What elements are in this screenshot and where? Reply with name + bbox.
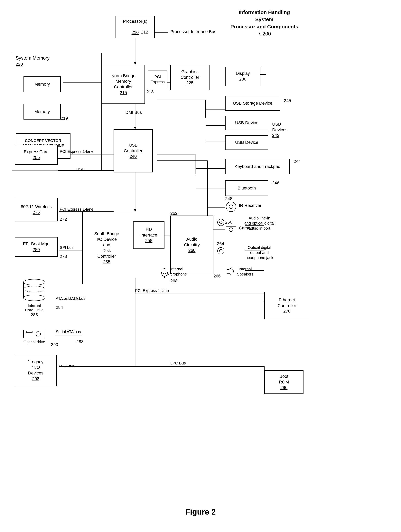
ref-268: 268 bbox=[170, 278, 178, 284]
ref-212: 212 bbox=[141, 29, 148, 35]
memory2-label: Memory bbox=[34, 109, 50, 115]
boot-rom-ref: 296 bbox=[280, 385, 288, 391]
hdd-icon bbox=[22, 278, 47, 303]
diagram-container: Information Handling System Processor an… bbox=[0, 0, 401, 532]
svg-rect-63 bbox=[24, 330, 45, 338]
usb-storage-box: USB Storage Device bbox=[225, 96, 280, 111]
optical-out-icon bbox=[217, 247, 225, 255]
speaker-icon bbox=[226, 266, 236, 276]
svg-point-58 bbox=[24, 279, 45, 285]
boot-rom-box: BootROM 296 bbox=[264, 370, 303, 394]
ref-246: 246 bbox=[272, 180, 279, 186]
display-box: Display 230 bbox=[225, 67, 260, 86]
svg-point-54 bbox=[220, 249, 222, 252]
expresscard-box: ExpressCard 255 bbox=[15, 145, 58, 165]
proc-interface-bus-label: Processor Interface Bus bbox=[170, 29, 216, 35]
svg-point-47 bbox=[226, 202, 236, 212]
ref-244: 244 bbox=[294, 159, 301, 165]
optical-digital-out-label: Optical digitaloutput andheadphone jack bbox=[225, 245, 294, 260]
ethernet-box: EthernetController 270 bbox=[264, 292, 309, 319]
usb-label: USB bbox=[76, 167, 84, 172]
usb-device1-label: USB Device bbox=[235, 120, 259, 126]
serial-ata-bus-label: Serial ATA bus bbox=[56, 329, 81, 334]
internal-hdd-box: InternalHard Drive 285 bbox=[15, 278, 54, 317]
south-bridge-box: South BridgeI/O DeviceandDiskController … bbox=[82, 212, 131, 284]
pci-express-box: PCIExpress bbox=[148, 70, 167, 88]
ref-218: 218 bbox=[147, 89, 154, 95]
audio-circuitry-ref: 260 bbox=[188, 248, 196, 253]
ref-264: 264 bbox=[217, 241, 224, 247]
ref-262: 262 bbox=[170, 211, 178, 216]
wireless-ref: 275 bbox=[33, 210, 40, 215]
ref-284: 284 bbox=[56, 305, 63, 310]
audio-line-in-label: Audio line-inand optical digitalaudio in… bbox=[225, 215, 294, 231]
svg-point-51 bbox=[217, 219, 224, 226]
svg-marker-9 bbox=[134, 127, 136, 129]
graphics-ref: 225 bbox=[186, 80, 194, 86]
usb-device2-label: USB Device bbox=[235, 140, 259, 146]
bluetooth-box: Bluetooth bbox=[225, 180, 268, 196]
audio-line-in-icon bbox=[217, 218, 225, 226]
internal-speakers-label: InternalSpeakers bbox=[237, 266, 253, 277]
spi-bus-label: SPI bus bbox=[60, 245, 74, 250]
svg-point-48 bbox=[229, 205, 233, 209]
ref-288: 288 bbox=[76, 339, 84, 345]
ref-219: 219 bbox=[61, 116, 68, 121]
ref-272: 272 bbox=[60, 216, 67, 222]
figure-caption: Figure 2 bbox=[161, 507, 240, 516]
optical-drive-label: Optical drive bbox=[23, 340, 45, 344]
lpc-bus-right-label: LPC Bus bbox=[170, 361, 186, 366]
ethernet-ref: 270 bbox=[283, 308, 290, 314]
optical-drive-icon bbox=[23, 328, 46, 340]
memory1-label: Memory bbox=[34, 82, 50, 87]
system-memory-label: System Memory220 bbox=[16, 55, 49, 67]
ref-266: 266 bbox=[213, 273, 221, 279]
lpc-bus-left-label: LPC Bus bbox=[59, 363, 74, 369]
keyboard-box: Keyboard and Trackpad bbox=[225, 159, 290, 174]
north-bridge-box: North BridgeMemoryController 215 bbox=[102, 65, 145, 104]
south-bridge-ref: 235 bbox=[103, 259, 111, 265]
svg-marker-57 bbox=[227, 267, 232, 275]
svg-marker-16 bbox=[134, 209, 136, 212]
diagram-title: Information Handling System Processor an… bbox=[215, 9, 313, 38]
svg-point-52 bbox=[220, 221, 222, 224]
hd-interface-box: HDInterface 258 bbox=[133, 222, 165, 249]
usb-controller-ref: 240 bbox=[130, 154, 137, 159]
usb-device2-box: USB Device bbox=[225, 135, 268, 150]
expresscard-ref: 255 bbox=[33, 155, 40, 160]
processor-box: Processor(s) 210 bbox=[116, 16, 155, 38]
optical-drive-box: Optical drive bbox=[15, 323, 54, 349]
svg-rect-55 bbox=[163, 268, 166, 274]
usb-controller-box: USBController 240 bbox=[114, 129, 153, 172]
efi-boot-ref: 280 bbox=[33, 247, 40, 253]
svg-point-62 bbox=[24, 286, 45, 292]
bluetooth-label: Bluetooth bbox=[238, 185, 256, 191]
keyboard-label: Keyboard and Trackpad bbox=[234, 164, 280, 170]
svg-marker-1 bbox=[134, 62, 136, 65]
internal-mic-label: InternalMicrophone bbox=[167, 266, 187, 277]
pci-express-1lane-3-label: PCI Express 1-lane bbox=[135, 288, 169, 293]
ir-receiver-icon bbox=[225, 201, 237, 213]
ref-245: 245 bbox=[284, 98, 291, 104]
memory2-box: Memory bbox=[24, 104, 61, 120]
efi-boot-box: EFI-Boot Mgr. 280 bbox=[15, 237, 58, 257]
svg-point-53 bbox=[217, 247, 224, 254]
usb-storage-label: USB Storage Device bbox=[233, 101, 272, 106]
svg-rect-64 bbox=[26, 331, 32, 333]
mic-icon bbox=[160, 267, 168, 278]
legacy-io-box: "Legacy" I/ODevices 298 bbox=[15, 355, 57, 386]
ref-278: 278 bbox=[60, 254, 67, 260]
processor-ref: 210 bbox=[132, 30, 139, 35]
pci-express-1lane-2-label: PCI Express 1-lane bbox=[60, 207, 93, 212]
memory1-box: Memory bbox=[24, 76, 61, 92]
ref-290: 290 bbox=[51, 342, 58, 348]
dmi-bus-label: DMI Bus bbox=[125, 110, 142, 115]
usb-devices-label: USBDevices 242 bbox=[272, 121, 287, 138]
legacy-io-ref: 298 bbox=[32, 376, 39, 382]
ref-248: 248 bbox=[225, 196, 232, 202]
svg-point-61 bbox=[24, 295, 45, 301]
ir-receiver-label: IR Receiver bbox=[239, 203, 261, 209]
svg-point-65 bbox=[36, 332, 41, 336]
graphics-box: GraphicsController 225 bbox=[170, 65, 210, 90]
processor-label: Processor(s) bbox=[123, 19, 148, 24]
